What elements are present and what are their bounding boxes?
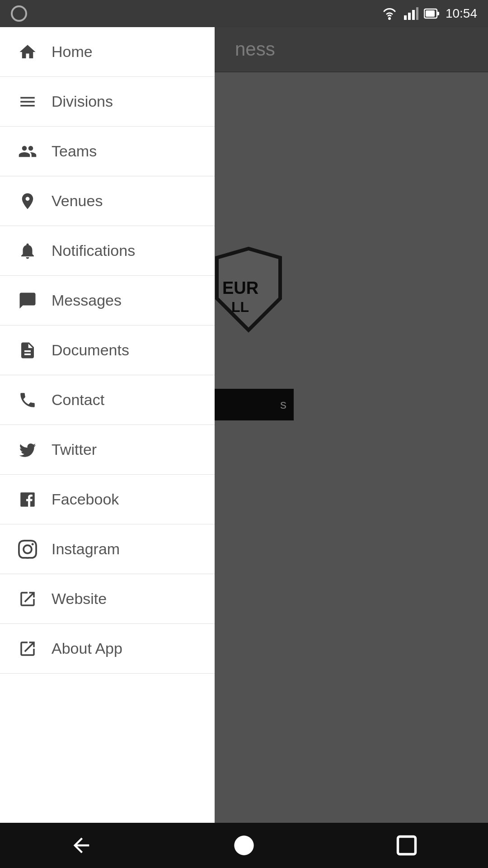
recents-button[interactable] xyxy=(389,827,425,863)
home-icon xyxy=(16,41,39,63)
nav-item-twitter[interactable]: Twitter xyxy=(0,425,215,475)
teams-icon xyxy=(16,140,39,163)
nav-item-divisions[interactable]: Divisions xyxy=(0,77,215,127)
nav-item-home[interactable]: Home xyxy=(0,27,215,77)
status-bar: 10:54 xyxy=(0,0,488,27)
battery-icon xyxy=(424,7,440,20)
nav-label-home: Home xyxy=(52,43,93,61)
status-right: 10:54 xyxy=(380,6,477,21)
nav-label-messages: Messages xyxy=(52,292,122,309)
drawer-overlay[interactable] xyxy=(215,27,488,841)
nav-label-venues: Venues xyxy=(52,192,103,210)
status-time: 10:54 xyxy=(446,6,477,21)
wifi-icon xyxy=(380,7,399,20)
nav-label-instagram: Instagram xyxy=(52,540,120,558)
svg-rect-6 xyxy=(437,12,439,15)
nav-label-about-app: About App xyxy=(52,640,122,657)
nav-item-facebook[interactable]: Facebook xyxy=(0,475,215,524)
about-app-icon xyxy=(16,637,39,660)
nav-item-venues[interactable]: Venues xyxy=(0,176,215,226)
messages-icon xyxy=(16,289,39,312)
signal-icon xyxy=(404,7,418,20)
nav-label-teams: Teams xyxy=(52,142,97,160)
nav-item-messages[interactable]: Messages xyxy=(0,276,215,326)
nav-label-notifications: Notifications xyxy=(52,242,135,259)
nav-item-contact[interactable]: Contact xyxy=(0,375,215,425)
divisions-icon xyxy=(16,90,39,113)
svg-rect-4 xyxy=(416,7,418,20)
website-icon xyxy=(16,588,39,610)
svg-rect-1 xyxy=(404,15,407,20)
nav-item-instagram[interactable]: Instagram xyxy=(0,524,215,574)
nav-label-website: Website xyxy=(52,590,107,608)
svg-rect-3 xyxy=(412,10,415,20)
nav-item-website[interactable]: Website xyxy=(0,574,215,624)
navigation-drawer: Home Divisions Teams Venues Notification… xyxy=(0,27,215,841)
notifications-icon xyxy=(16,240,39,262)
svg-point-10 xyxy=(234,835,253,855)
back-button[interactable] xyxy=(63,827,99,863)
nav-item-about-app[interactable]: About App xyxy=(0,624,215,674)
facebook-icon xyxy=(16,488,39,511)
documents-icon xyxy=(16,339,39,362)
navigation-bar xyxy=(0,823,488,868)
nav-item-documents[interactable]: Documents xyxy=(0,326,215,375)
home-button[interactable] xyxy=(226,827,262,863)
contact-icon xyxy=(16,389,39,411)
nav-label-documents: Documents xyxy=(52,341,129,359)
nav-label-facebook: Facebook xyxy=(52,491,119,508)
nav-item-teams[interactable]: Teams xyxy=(0,127,215,176)
status-left xyxy=(11,5,27,22)
venues-icon xyxy=(16,190,39,212)
svg-rect-7 xyxy=(426,10,435,17)
nav-label-contact: Contact xyxy=(52,391,104,409)
twitter-icon xyxy=(16,439,39,461)
nav-label-twitter: Twitter xyxy=(52,441,97,458)
svg-rect-11 xyxy=(398,837,416,854)
instagram-icon xyxy=(16,538,39,561)
status-circle-icon xyxy=(11,5,27,22)
nav-label-divisions: Divisions xyxy=(52,93,113,110)
svg-rect-2 xyxy=(408,13,411,20)
svg-point-0 xyxy=(388,17,391,20)
nav-item-notifications[interactable]: Notifications xyxy=(0,226,215,276)
